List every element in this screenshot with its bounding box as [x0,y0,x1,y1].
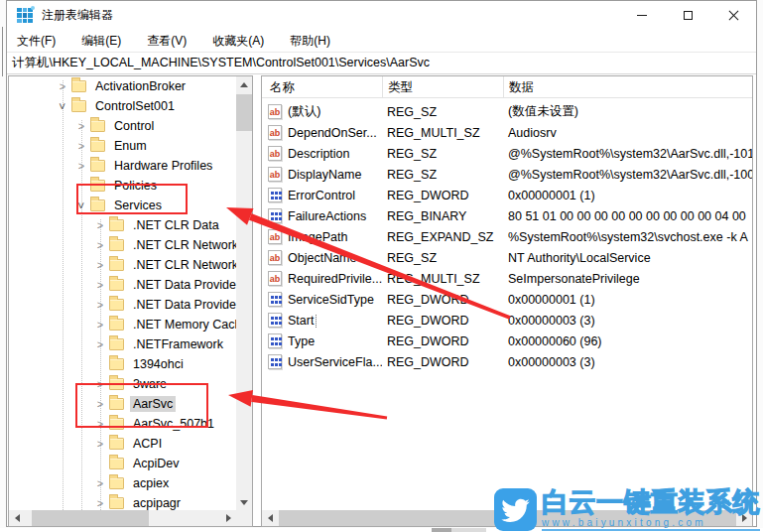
tree-item-label[interactable]: .NET Data Provider [130,277,236,293]
scrollbar-thumb[interactable] [32,510,149,526]
chevron-right-icon[interactable]: > [75,120,87,132]
value-row-displayname[interactable]: abDisplayNameREG_SZ@%SystemRoot%\system3… [262,164,752,185]
tree-item--net-data-provider[interactable]: >.NET Data Provider [9,275,236,295]
dword-value-icon [268,208,282,223]
tree-item--net-data-provider[interactable]: >.NET Data Provider [9,295,236,315]
tree-item-label[interactable]: .NET CLR Networki [130,257,236,273]
tree-item-label[interactable]: AcpiDev [130,456,183,471]
tree-item-acpi[interactable]: >ACPI [9,434,236,454]
value-name[interactable]: DisplayName [286,168,382,182]
tree-item-label[interactable]: ACPI [130,436,165,452]
value-name[interactable]: UserServiceFla... [286,355,382,369]
scroll-down-button[interactable] [236,494,252,510]
chevron-right-icon[interactable]: > [94,279,106,291]
tree-item-acpipagr[interactable]: >acpipagr [9,493,236,510]
chevron-right-icon[interactable]: > [94,497,106,509]
menu-help[interactable]: 帮助(H) [290,33,330,50]
menu-view[interactable]: 查看(V) [147,33,187,50]
tree-item--net-memory-cach[interactable]: >.NET Memory Cach [9,315,236,334]
tree-item-hardware-profiles[interactable]: >Hardware Profiles [9,156,236,176]
chevron-right-icon[interactable]: > [94,477,106,489]
value-row-description[interactable]: abDescriptionREG_SZ@%SystemRoot%\system3… [262,143,752,164]
background-scrollbar-fragment[interactable] [432,528,451,532]
value-name[interactable]: RequiredPrivile... [286,272,382,286]
value-name[interactable]: (默认) [286,103,382,120]
maximize-button[interactable] [665,1,710,30]
scroll-left-button[interactable] [9,510,25,526]
value-name[interactable]: ServiceSidType [286,293,382,307]
tree-item--net-clr-networki[interactable]: >.NET CLR Networki [9,235,236,255]
chevron-right-icon[interactable]: > [57,80,68,92]
tree-item-acpidev[interactable]: AcpiDev [9,454,236,473]
tree-item-enum[interactable]: >Enum [9,136,236,156]
tree-item--netframework[interactable]: >.NETFramework [9,334,236,354]
chevron-down-icon[interactable]: > [57,100,68,112]
value-name[interactable]: ImagePath [286,230,382,244]
tree-item-label[interactable]: .NET CLR Networki [130,237,236,253]
menu-file[interactable]: 文件(F) [17,33,56,50]
value-name[interactable]: DependOnSer... [286,126,382,140]
chevron-right-icon[interactable]: > [94,319,106,331]
scroll-left-button[interactable] [262,510,278,526]
value-row-type[interactable]: TypeREG_DWORD0x00000060 (96) [262,331,752,351]
chevron-right-icon[interactable]: > [94,239,106,251]
menu-favorites[interactable]: 收藏夹(A) [212,33,264,50]
value-row-start[interactable]: StartREG_DWORD0x00000003 (3) [262,310,752,331]
tree-item-label[interactable]: Hardware Profiles [111,158,215,174]
chevron-right-icon[interactable]: > [94,219,106,231]
chevron-right-icon[interactable]: > [94,438,106,450]
value-row-imagepath[interactable]: abImagePathREG_EXPAND_SZ%SystemRoot%\sys… [262,226,752,247]
value-row--[interactable]: ab(默认)REG_SZ(数值未设置) [262,101,752,122]
minimize-button[interactable] [619,1,665,30]
scroll-right-button[interactable] [220,510,236,526]
tree-item-controlset001[interactable]: >ControlSet001 [9,96,236,116]
tree-item-activationbroker[interactable]: >ActivationBroker [9,76,236,96]
tree-horizontal-scrollbar[interactable] [9,510,236,526]
column-header-type[interactable]: 类型 [382,76,503,98]
tree-item-label[interactable]: acpiex [130,475,172,491]
chevron-right-icon[interactable]: > [94,299,106,311]
value-row-userservicefla-[interactable]: UserServiceFla...REG_DWORD0x00000003 (3) [262,351,752,372]
tree-item-label[interactable]: .NET Memory Cach [130,317,236,332]
tree-item-label[interactable]: .NETFramework [130,336,226,352]
value-row-objectname[interactable]: abObjectNameREG_SZNT Authority\LocalServ… [262,247,752,268]
folder-icon [109,438,124,450]
tree-item-label[interactable]: ControlSet001 [92,98,178,114]
tree-item--net-clr-data[interactable]: >.NET CLR Data [9,215,236,235]
value-type: REG_SZ [382,147,503,161]
value-row-servicesidtype[interactable]: ServiceSidTypeREG_DWORD0x00000001 (1) [262,289,752,310]
tree-item-label[interactable]: .NET CLR Data [130,217,222,233]
scrollbar-thumb[interactable] [236,94,252,131]
close-button[interactable] [710,1,756,30]
tree-item--net-clr-networki[interactable]: >.NET CLR Networki [9,255,236,275]
tree-item-1394ohci[interactable]: 1394ohci [9,354,236,374]
value-name[interactable]: Type [286,334,382,348]
tree-item-control[interactable]: >Control [9,116,236,136]
chevron-right-icon[interactable]: > [75,160,87,172]
tree-item-label[interactable]: Control [111,118,157,134]
chevron-right-icon[interactable]: > [94,338,106,350]
tree-item-label[interactable]: ActivationBroker [92,78,189,94]
value-name[interactable]: Description [286,147,382,161]
value-name[interactable]: Start [286,314,382,328]
scroll-up-button[interactable] [236,76,252,92]
chevron-right-icon[interactable]: > [94,259,106,271]
tree-item-label[interactable]: acpipagr [130,495,184,510]
value-row-errorcontrol[interactable]: ErrorControlREG_DWORD0x00000001 (1) [262,185,752,205]
chevron-right-icon[interactable]: > [75,140,87,152]
tree-vertical-scrollbar[interactable] [236,76,252,510]
address-bar[interactable]: 计算机\HKEY_LOCAL_MACHINE\SYSTEM\ControlSet… [7,52,756,74]
column-header-name[interactable]: 名称 [262,76,382,98]
tree-item-label[interactable]: .NET Data Provider [130,297,236,313]
value-name[interactable]: FailureActions [286,209,382,223]
value-name[interactable]: ErrorControl [286,189,382,202]
value-row-requiredprivile-[interactable]: abRequiredPrivile...REG_MULTI_SZSeImpers… [262,268,752,289]
value-name[interactable]: ObjectName [286,251,382,265]
tree-item-label[interactable]: 1394ohci [130,356,187,372]
column-header-data[interactable]: 数据 [503,76,752,98]
tree-item-acpiex[interactable]: >acpiex [9,473,236,493]
value-row-dependonser-[interactable]: abDependOnSer...REG_MULTI_SZAudiosrv [262,122,752,143]
tree-item-label[interactable]: Enum [111,138,150,154]
value-row-failureactions[interactable]: FailureActionsREG_BINARY80 51 01 00 00 0… [262,205,752,226]
menu-edit[interactable]: 编辑(E) [81,33,121,50]
